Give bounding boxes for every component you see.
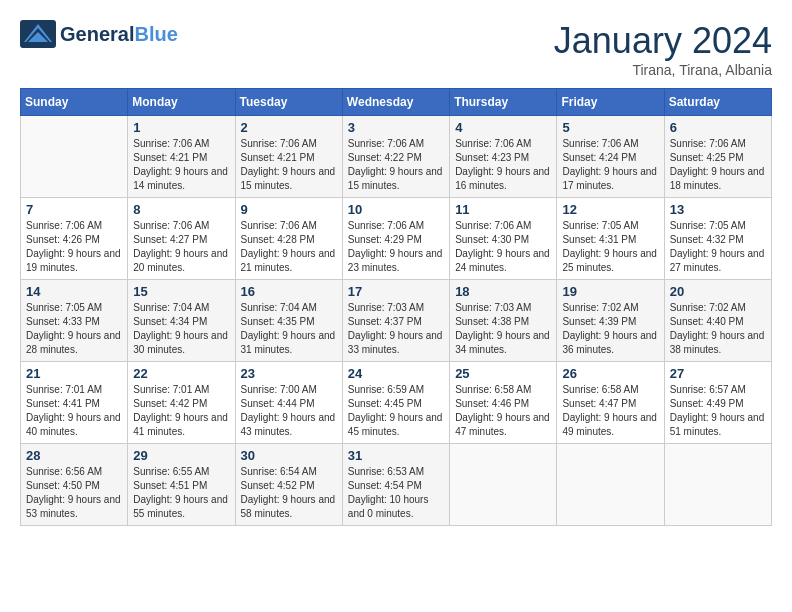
day-info: Sunrise: 7:06 AMSunset: 4:28 PMDaylight:… (241, 219, 337, 275)
calendar-cell: 13Sunrise: 7:05 AMSunset: 4:32 PMDayligh… (664, 198, 771, 280)
logo-general: General (60, 23, 134, 45)
calendar-cell: 15Sunrise: 7:04 AMSunset: 4:34 PMDayligh… (128, 280, 235, 362)
day-number: 16 (241, 284, 337, 299)
page-header: GeneralBlue January 2024 Tirana, Tirana,… (20, 20, 772, 78)
day-info: Sunrise: 6:58 AMSunset: 4:47 PMDaylight:… (562, 383, 658, 439)
day-header-monday: Monday (128, 89, 235, 116)
day-number: 17 (348, 284, 444, 299)
day-number: 22 (133, 366, 229, 381)
calendar-cell: 17Sunrise: 7:03 AMSunset: 4:37 PMDayligh… (342, 280, 449, 362)
calendar-cell: 1Sunrise: 7:06 AMSunset: 4:21 PMDaylight… (128, 116, 235, 198)
day-info: Sunrise: 7:06 AMSunset: 4:29 PMDaylight:… (348, 219, 444, 275)
day-info: Sunrise: 7:06 AMSunset: 4:25 PMDaylight:… (670, 137, 766, 193)
calendar-cell: 16Sunrise: 7:04 AMSunset: 4:35 PMDayligh… (235, 280, 342, 362)
calendar-cell: 3Sunrise: 7:06 AMSunset: 4:22 PMDaylight… (342, 116, 449, 198)
calendar-cell: 31Sunrise: 6:53 AMSunset: 4:54 PMDayligh… (342, 444, 449, 526)
day-info: Sunrise: 6:54 AMSunset: 4:52 PMDaylight:… (241, 465, 337, 521)
calendar-cell: 12Sunrise: 7:05 AMSunset: 4:31 PMDayligh… (557, 198, 664, 280)
day-info: Sunrise: 7:01 AMSunset: 4:41 PMDaylight:… (26, 383, 122, 439)
day-number: 15 (133, 284, 229, 299)
month-title: January 2024 (554, 20, 772, 62)
calendar-cell: 21Sunrise: 7:01 AMSunset: 4:41 PMDayligh… (21, 362, 128, 444)
calendar-cell: 26Sunrise: 6:58 AMSunset: 4:47 PMDayligh… (557, 362, 664, 444)
day-number: 23 (241, 366, 337, 381)
day-number: 10 (348, 202, 444, 217)
calendar-cell (21, 116, 128, 198)
logo-blue: Blue (134, 23, 177, 45)
calendar-week-5: 28Sunrise: 6:56 AMSunset: 4:50 PMDayligh… (21, 444, 772, 526)
calendar-cell: 28Sunrise: 6:56 AMSunset: 4:50 PMDayligh… (21, 444, 128, 526)
day-header-tuesday: Tuesday (235, 89, 342, 116)
day-info: Sunrise: 6:55 AMSunset: 4:51 PMDaylight:… (133, 465, 229, 521)
calendar-cell: 10Sunrise: 7:06 AMSunset: 4:29 PMDayligh… (342, 198, 449, 280)
day-number: 28 (26, 448, 122, 463)
calendar-cell: 24Sunrise: 6:59 AMSunset: 4:45 PMDayligh… (342, 362, 449, 444)
day-number: 29 (133, 448, 229, 463)
day-info: Sunrise: 7:01 AMSunset: 4:42 PMDaylight:… (133, 383, 229, 439)
day-number: 31 (348, 448, 444, 463)
day-number: 14 (26, 284, 122, 299)
day-info: Sunrise: 7:00 AMSunset: 4:44 PMDaylight:… (241, 383, 337, 439)
day-info: Sunrise: 6:57 AMSunset: 4:49 PMDaylight:… (670, 383, 766, 439)
day-number: 7 (26, 202, 122, 217)
day-info: Sunrise: 7:02 AMSunset: 4:40 PMDaylight:… (670, 301, 766, 357)
calendar-cell: 29Sunrise: 6:55 AMSunset: 4:51 PMDayligh… (128, 444, 235, 526)
day-number: 24 (348, 366, 444, 381)
calendar-table: SundayMondayTuesdayWednesdayThursdayFrid… (20, 88, 772, 526)
day-number: 25 (455, 366, 551, 381)
day-number: 13 (670, 202, 766, 217)
calendar-cell: 25Sunrise: 6:58 AMSunset: 4:46 PMDayligh… (450, 362, 557, 444)
day-number: 2 (241, 120, 337, 135)
day-info: Sunrise: 7:04 AMSunset: 4:35 PMDaylight:… (241, 301, 337, 357)
day-number: 9 (241, 202, 337, 217)
calendar-cell: 5Sunrise: 7:06 AMSunset: 4:24 PMDaylight… (557, 116, 664, 198)
day-info: Sunrise: 7:06 AMSunset: 4:26 PMDaylight:… (26, 219, 122, 275)
day-info: Sunrise: 7:06 AMSunset: 4:30 PMDaylight:… (455, 219, 551, 275)
calendar-cell: 14Sunrise: 7:05 AMSunset: 4:33 PMDayligh… (21, 280, 128, 362)
day-number: 27 (670, 366, 766, 381)
logo: GeneralBlue (20, 20, 178, 48)
day-number: 21 (26, 366, 122, 381)
calendar-cell: 8Sunrise: 7:06 AMSunset: 4:27 PMDaylight… (128, 198, 235, 280)
calendar-cell: 4Sunrise: 7:06 AMSunset: 4:23 PMDaylight… (450, 116, 557, 198)
day-info: Sunrise: 7:05 AMSunset: 4:33 PMDaylight:… (26, 301, 122, 357)
location-subtitle: Tirana, Tirana, Albania (554, 62, 772, 78)
calendar-cell: 22Sunrise: 7:01 AMSunset: 4:42 PMDayligh… (128, 362, 235, 444)
calendar-cell: 18Sunrise: 7:03 AMSunset: 4:38 PMDayligh… (450, 280, 557, 362)
calendar-cell: 7Sunrise: 7:06 AMSunset: 4:26 PMDaylight… (21, 198, 128, 280)
day-header-saturday: Saturday (664, 89, 771, 116)
day-number: 8 (133, 202, 229, 217)
day-header-thursday: Thursday (450, 89, 557, 116)
calendar-cell: 23Sunrise: 7:00 AMSunset: 4:44 PMDayligh… (235, 362, 342, 444)
day-number: 18 (455, 284, 551, 299)
calendar-week-3: 14Sunrise: 7:05 AMSunset: 4:33 PMDayligh… (21, 280, 772, 362)
title-block: January 2024 Tirana, Tirana, Albania (554, 20, 772, 78)
day-header-friday: Friday (557, 89, 664, 116)
calendar-cell: 11Sunrise: 7:06 AMSunset: 4:30 PMDayligh… (450, 198, 557, 280)
day-number: 26 (562, 366, 658, 381)
calendar-cell (664, 444, 771, 526)
logo-icon (20, 20, 56, 48)
calendar-cell: 19Sunrise: 7:02 AMSunset: 4:39 PMDayligh… (557, 280, 664, 362)
calendar-cell: 20Sunrise: 7:02 AMSunset: 4:40 PMDayligh… (664, 280, 771, 362)
day-info: Sunrise: 6:56 AMSunset: 4:50 PMDaylight:… (26, 465, 122, 521)
day-number: 19 (562, 284, 658, 299)
day-number: 5 (562, 120, 658, 135)
calendar-header-row: SundayMondayTuesdayWednesdayThursdayFrid… (21, 89, 772, 116)
day-number: 4 (455, 120, 551, 135)
day-info: Sunrise: 7:06 AMSunset: 4:27 PMDaylight:… (133, 219, 229, 275)
calendar-cell: 2Sunrise: 7:06 AMSunset: 4:21 PMDaylight… (235, 116, 342, 198)
day-info: Sunrise: 7:06 AMSunset: 4:22 PMDaylight:… (348, 137, 444, 193)
calendar-week-1: 1Sunrise: 7:06 AMSunset: 4:21 PMDaylight… (21, 116, 772, 198)
day-number: 12 (562, 202, 658, 217)
calendar-cell: 6Sunrise: 7:06 AMSunset: 4:25 PMDaylight… (664, 116, 771, 198)
day-number: 30 (241, 448, 337, 463)
calendar-cell (557, 444, 664, 526)
day-info: Sunrise: 7:06 AMSunset: 4:21 PMDaylight:… (133, 137, 229, 193)
day-info: Sunrise: 6:58 AMSunset: 4:46 PMDaylight:… (455, 383, 551, 439)
day-info: Sunrise: 7:03 AMSunset: 4:38 PMDaylight:… (455, 301, 551, 357)
day-header-wednesday: Wednesday (342, 89, 449, 116)
day-info: Sunrise: 7:06 AMSunset: 4:21 PMDaylight:… (241, 137, 337, 193)
day-header-sunday: Sunday (21, 89, 128, 116)
calendar-cell: 27Sunrise: 6:57 AMSunset: 4:49 PMDayligh… (664, 362, 771, 444)
